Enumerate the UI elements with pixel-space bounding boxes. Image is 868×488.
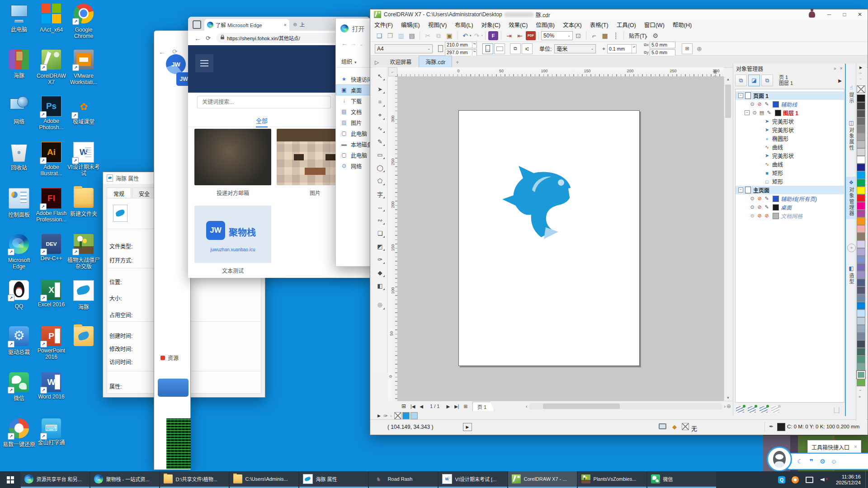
taskbar-clock[interactable]: 11:36:16 2025/12/24 bbox=[831, 474, 865, 486]
desktop-icon-computer[interactable]: 此电脑 bbox=[3, 4, 35, 33]
tab-welcome-screen[interactable]: 欢迎屏幕 bbox=[383, 56, 418, 67]
zoom-fit-icon[interactable]: ⊕ bbox=[726, 403, 731, 409]
palette-color-swatch[interactable] bbox=[857, 164, 865, 171]
last-page-button[interactable]: ▶| bbox=[452, 404, 461, 409]
tree-row-guides[interactable]: ⊙⊘✎辅助线(所有页) bbox=[736, 194, 844, 203]
desktop-icon-word[interactable]: W↗Word 2016 bbox=[35, 372, 68, 400]
hamburger-menu-button[interactable] bbox=[195, 54, 213, 72]
maximize-button[interactable]: □ bbox=[837, 9, 852, 19]
palette-expand-icon[interactable]: » bbox=[859, 394, 861, 399]
palette-color-swatch[interactable] bbox=[857, 110, 865, 117]
keyword-search-input[interactable] bbox=[197, 96, 331, 108]
taskbar-button-dolphinfile[interactable]: 海豚 属性 bbox=[299, 471, 368, 488]
prev-page-button[interactable]: ◀ bbox=[417, 404, 425, 409]
palette-color-swatch[interactable] bbox=[857, 94, 865, 102]
desktop-icon-qudong[interactable]: ↗驱动总裁 bbox=[3, 326, 35, 356]
eye-icon[interactable]: ⊙ bbox=[751, 110, 758, 116]
docker-tab-1[interactable]: ◫对象属性 bbox=[846, 117, 857, 154]
palette-color-swatch[interactable] bbox=[857, 210, 865, 217]
organize-menu[interactable]: 组织 ▼ bbox=[341, 57, 357, 65]
desktop-icon-pvz[interactable]: ↗植物大战僵尸 杂交版 bbox=[67, 234, 100, 270]
palette-eyedropper-icon[interactable]: ✑ bbox=[383, 413, 387, 419]
cut-button[interactable]: ✂ bbox=[423, 31, 433, 40]
taskbar-button-folder[interactable]: C:\Users\Adminis... bbox=[230, 471, 298, 488]
page-1-tab[interactable]: 页 1 bbox=[472, 402, 494, 411]
publish-pdf-button[interactable]: PDF bbox=[526, 31, 536, 40]
duplicate-x-field[interactable]: 5.0 mm bbox=[650, 42, 675, 48]
menu-10[interactable]: 窗口(W) bbox=[640, 20, 669, 29]
document-color-swatch[interactable] bbox=[402, 412, 410, 419]
palette-color-swatch[interactable] bbox=[857, 141, 865, 148]
connector-tool[interactable]: ∾ bbox=[374, 214, 386, 226]
application-launcher-button[interactable]: F bbox=[488, 31, 498, 40]
moon-icon[interactable]: ☾ bbox=[794, 458, 806, 465]
desktop-icon-ai[interactable]: Ai↗Adobe Illustrat... bbox=[35, 142, 68, 177]
noprint-icon[interactable]: ⊘ bbox=[756, 196, 763, 202]
menu-6[interactable]: 位图(B) bbox=[532, 20, 559, 29]
noprint-icon[interactable]: ⊘ bbox=[756, 213, 763, 219]
show-grid-button[interactable]: ▦ bbox=[600, 31, 610, 40]
menu-0[interactable]: 文件(F) bbox=[370, 20, 397, 29]
open-document-button[interactable]: ❐ bbox=[385, 31, 395, 40]
palette-color-swatch[interactable] bbox=[857, 348, 865, 356]
taskbar-button-folder[interactable]: D:\共享文件\植物... bbox=[160, 471, 229, 488]
taskbar-button-edge[interactable]: 聚物栈 - 一站式资... bbox=[90, 471, 159, 488]
print-icon[interactable]: ▤ bbox=[759, 110, 765, 116]
interactive-fill-tool[interactable]: ◧ bbox=[374, 280, 386, 291]
no-color-swatch[interactable] bbox=[394, 412, 401, 419]
crop-tool[interactable]: ⌗ bbox=[374, 96, 386, 108]
add-page-button-right[interactable]: ⊞ bbox=[461, 404, 469, 409]
duplicate-y-field[interactable]: 5.0 mm bbox=[650, 49, 675, 56]
volume-muted-icon[interactable] bbox=[821, 477, 828, 483]
close-button[interactable]: ✕ bbox=[852, 9, 868, 19]
show-rulers-button[interactable]: ⌐ bbox=[589, 31, 599, 40]
pencil-icon[interactable]: ✎ bbox=[766, 110, 772, 116]
palette-color-swatch[interactable] bbox=[857, 156, 865, 164]
export-button[interactable]: ⇤ bbox=[515, 31, 525, 40]
palette-color-swatch[interactable] bbox=[857, 263, 865, 271]
menu-11[interactable]: 帮助(H) bbox=[669, 20, 696, 29]
monitor-icon[interactable] bbox=[659, 423, 666, 429]
pencil-icon[interactable]: ✎ bbox=[764, 204, 770, 210]
desktop-icon-recycle[interactable]: 回收站 bbox=[3, 142, 35, 171]
palette-flyout-icon[interactable]: ▶ bbox=[377, 413, 381, 418]
desktop-icon-aact[interactable]: AAct_x64 bbox=[35, 4, 68, 33]
horizontal-scrollbar[interactable] bbox=[529, 403, 722, 409]
tree-row-obj[interactable]: ➤完美形状 bbox=[736, 126, 844, 134]
back-icon[interactable]: ← bbox=[194, 34, 201, 42]
palette-color-swatch[interactable] bbox=[857, 179, 865, 187]
address-bar[interactable]: https://shenyi.fohok.xin/其他站点/ bbox=[216, 33, 338, 43]
horizontal-ruler[interactable]: 050100150200250300毫米 bbox=[397, 67, 724, 77]
palette-color-swatch[interactable] bbox=[857, 371, 865, 379]
more-tools[interactable]: ⊕ bbox=[374, 299, 386, 311]
drop-shadow-tool[interactable]: ❏ bbox=[374, 227, 386, 239]
menu-7[interactable]: 文本(X) bbox=[559, 20, 586, 29]
palette-color-swatch[interactable] bbox=[857, 363, 865, 371]
current-page-button[interactable]: ⑆ bbox=[522, 43, 533, 54]
tree-row-obj[interactable]: ●椭圆形 bbox=[736, 134, 844, 143]
zoom-level-combo[interactable]: 50%⌄ bbox=[541, 31, 573, 40]
start-button[interactable] bbox=[0, 471, 21, 488]
units-combo[interactable]: 毫米⌄ bbox=[554, 44, 596, 53]
options-button[interactable]: ⚙ bbox=[651, 31, 660, 40]
qq-tray-icon[interactable]: Q bbox=[778, 476, 785, 483]
desktop-icon-chrome[interactable]: ↗Google Chrome bbox=[67, 4, 100, 39]
menu-4[interactable]: 对象(C) bbox=[477, 20, 505, 29]
shape-tool[interactable]: ➤ bbox=[374, 83, 386, 95]
noprint-icon[interactable]: ⊘ bbox=[756, 101, 763, 107]
tab-layout-button[interactable] bbox=[193, 20, 201, 29]
palette-color-swatch[interactable] bbox=[857, 102, 865, 110]
palette-color-swatch[interactable] bbox=[857, 117, 865, 125]
delete-layer-button[interactable]: 凵 bbox=[833, 405, 840, 414]
first-page-button[interactable]: |◀ bbox=[408, 404, 417, 409]
palette-color-swatch[interactable] bbox=[857, 194, 865, 202]
palette-color-swatch[interactable] bbox=[857, 317, 865, 325]
palette-scroll-up-icon[interactable]: ⌃ bbox=[859, 78, 862, 82]
new-layer-button[interactable] bbox=[736, 406, 744, 413]
next-page-button[interactable]: ▶ bbox=[444, 404, 452, 409]
network-tray-icon[interactable] bbox=[806, 477, 813, 483]
desktop-icon-vmware[interactable]: ↗VMware Workstati... bbox=[67, 50, 100, 85]
rear-back-icon[interactable]: ← bbox=[159, 48, 165, 56]
new-master-layer-even-button[interactable] bbox=[771, 406, 779, 413]
paper-height-field[interactable]: 297.0 mm▾▴ bbox=[445, 49, 477, 56]
